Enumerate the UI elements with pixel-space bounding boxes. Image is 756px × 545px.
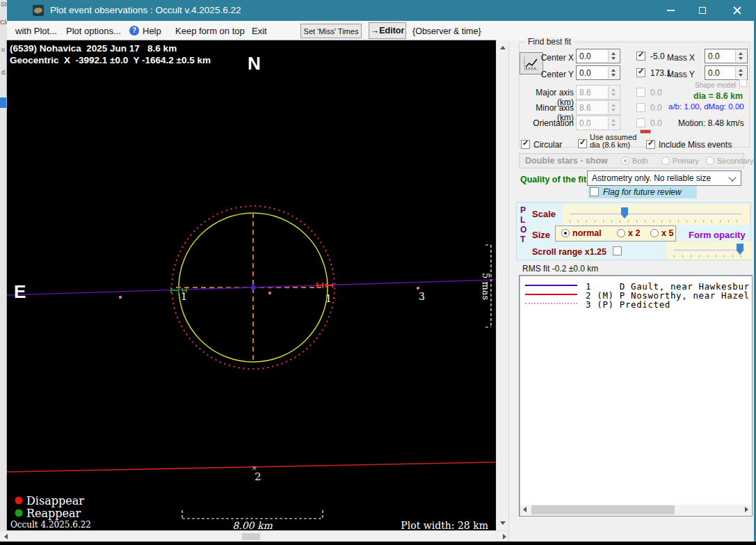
chord-3-label: 3 [419,291,425,302]
flag-review-label: Flag for future review [603,187,682,197]
scale-slider[interactable] [563,205,749,225]
chord-2-line [7,462,495,472]
right-panel: Find best fit Center X 0.0 ✓ -5.0 Mass X… [508,40,755,542]
size-x5-radio[interactable] [650,229,659,237]
scale-label: Scale [532,209,556,219]
menu-item-plot-options[interactable]: Plot options... [66,26,121,36]
size-normal-radio[interactable] [561,229,570,237]
plot-vertical-scrollbar[interactable] [496,40,509,530]
spinner-arrows-icon[interactable] [735,67,746,79]
center-y-checkbox[interactable]: ✓ [636,68,645,77]
center-x-label: Center X [538,53,574,63]
scroll-right-icon[interactable] [745,507,748,512]
observation-row[interactable]: 2 (M) P Nosworthy, near Hazel [520,290,752,299]
maximize-button[interactable] [686,0,718,21]
quality-label: Quality of the fit [520,175,586,184]
major-axis-spinner: 8.6 [576,85,620,100]
observation-row[interactable]: 1 D Gault, near Hawkesbur [520,281,752,290]
form-opacity-label: Form opacity [689,230,746,240]
scroll-left-icon[interactable] [4,534,8,539]
app-icon [33,5,44,16]
legend-disappear: Disappear [26,494,84,507]
scale-slider-thumb[interactable] [621,207,628,219]
bg-fragment: St [1,1,7,8]
menu-item-keep-on-top[interactable]: Keep form on top [175,26,245,36]
spinner-arrows-icon[interactable] [608,67,619,79]
minor-axis-spinner: 8.6 [576,100,620,115]
major-axis-fit-value: 0.0 [650,88,662,97]
size-label: Size [532,230,550,240]
motion-label: Motion: 8.48 km/s [678,118,744,128]
center-x-fit-value: -5.0 [650,52,665,61]
size-x5-label: x 5 [661,228,673,238]
observation-row[interactable]: 3 (P) Predicted [520,299,752,308]
form-opacity-slider-thumb[interactable] [737,244,743,255]
observation-text: 3 (P) Predicted [586,299,670,310]
close-icon [733,6,741,15]
flag-review-checkbox[interactable] [590,187,599,196]
scroll-up-icon[interactable] [500,46,506,49]
disappear-dot-icon [15,497,23,505]
spinner-arrows-icon[interactable] [608,50,619,62]
close-button[interactable] [721,0,753,21]
circular-checkbox[interactable]: ✓ [521,140,530,149]
plot-horizontal-scrollbar[interactable] [0,530,512,542]
include-miss-checkbox[interactable]: ✓ [646,140,655,149]
orientation-label: Orientation [520,118,574,128]
use-assumed-checkbox[interactable]: ✓ [578,139,587,148]
plot-canvas[interactable]: (6539) Nohavica 2025 Jun 17 8.6 km Geoce… [7,40,496,530]
chord-1-left-label: 1 [181,291,187,302]
plot-title-line1: (6539) Nohavica 2025 Jun 17 8.6 km [10,43,177,54]
form-opacity-slider[interactable] [667,242,752,260]
center-x-spinner[interactable]: 0.0 [576,49,620,63]
slider-ticks [570,220,742,223]
center-x-checkbox[interactable]: ✓ [636,52,645,61]
help-icon[interactable]: ? [129,26,139,35]
size-radio-group: normal x 2 x 5 [555,226,676,242]
double-stars-both-radio [621,157,629,165]
mass-y-spinner[interactable]: 0.0 [705,65,748,80]
scroll-left-icon[interactable] [523,507,526,512]
shape-model-checkbox [739,79,747,87]
menu-item-with-plot[interactable]: with Plot... [15,26,57,36]
spinner-arrows-icon [608,86,619,98]
chord-1-line-sample [525,285,577,286]
shape-model-label: Shape model [695,81,736,89]
predicted-dot [119,296,122,299]
plot-letter-l: L [520,215,525,225]
list-horizontal-scrollbar[interactable] [520,505,751,515]
size-normal-label: normal [572,228,602,238]
slider-track [570,213,742,216]
reappear-dot-icon [15,510,23,517]
center-y-spinner[interactable]: 0.0 [576,65,620,80]
set-miss-times-button[interactable]: Set 'Miss' Times [300,24,362,38]
plot-area[interactable]: (6539) Nohavica 2025 Jun 17 8.6 km Geoce… [7,40,496,530]
double-stars-primary-radio [661,157,670,165]
mass-x-spinner[interactable]: 0.0 [705,49,748,63]
minimize-button[interactable] [654,0,686,21]
spinner-arrows-icon [608,117,619,129]
double-stars-primary-label: Primary [673,157,699,165]
quality-dropdown[interactable]: Astrometry only. No reliable size [587,171,741,186]
plot-letter-p: P [520,205,526,215]
scrollbar-thumb[interactable] [242,533,260,540]
double-stars-group: Double stars - show Both Primary Seconda… [519,153,744,168]
find-best-fit-label: Find best fit [525,37,574,47]
minor-axis-fit-value: 0.0 [650,103,662,113]
check-icon: ✓ [638,50,644,59]
observation-list[interactable]: 1 D Gault, near Hawkesbur 2 (M) P Noswor… [519,275,753,516]
editor-button[interactable]: →Editor [369,22,406,39]
predicted-dot [268,292,271,294]
bg-fragment: d. [1,69,7,76]
predicted-dot [417,287,419,290]
size-x2-radio[interactable] [617,229,625,237]
chord-2-line-sample [525,294,577,295]
scroll-down-icon[interactable] [500,521,506,525]
orientation-fit-value: 0.0 [650,118,662,128]
spinner-arrows-icon[interactable] [735,50,746,62]
menu-item-exit[interactable]: Exit [252,26,267,36]
scroll-right-icon[interactable] [503,534,506,539]
menu-item-help[interactable]: Help [143,26,161,36]
scrollbar-thumb[interactable] [531,505,675,514]
scroll-range-checkbox[interactable] [613,246,622,255]
